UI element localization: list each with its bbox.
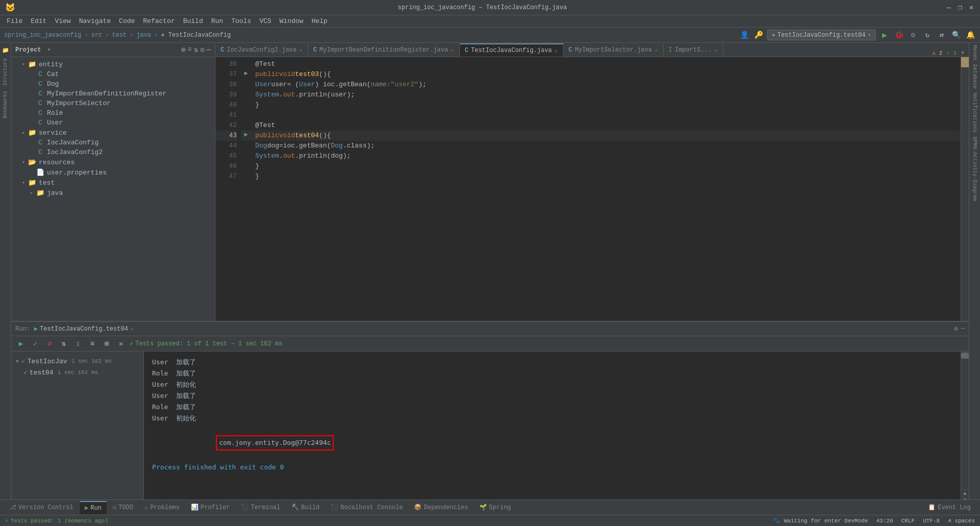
tree-item-iocjc2[interactable]: C IocJavaConfig2 xyxy=(11,147,215,157)
notifications-label[interactable]: Notifications xyxy=(971,91,978,135)
expand-button[interactable]: ⊞ xyxy=(101,338,112,349)
search-icon[interactable]: 🔍 xyxy=(950,30,962,41)
run-config[interactable]: ● TestIocJavaConfig.test04 ▾ xyxy=(767,30,876,40)
filter-button[interactable]: ≡ xyxy=(87,338,98,349)
line-ending[interactable]: CRLF xyxy=(901,518,915,524)
line-col[interactable]: 43:26 xyxy=(876,518,893,524)
tree-item-mybdr[interactable]: C MyImportBeanDefinitionRegister xyxy=(11,89,215,98)
tab-nocalhost[interactable]: ⬛ Nocalhost Console xyxy=(326,501,408,514)
menu-item-edit[interactable]: Edit xyxy=(27,16,51,26)
menu-item-code[interactable]: Code xyxy=(115,16,139,26)
indent[interactable]: 4 spaces xyxy=(948,518,975,524)
tab-close[interactable]: ✕ xyxy=(451,47,454,54)
run-minimize-icon[interactable]: — xyxy=(961,325,965,333)
tree-item-test[interactable]: ▾ 📁 test xyxy=(11,178,215,188)
resources-expand-icon[interactable]: ▾ xyxy=(19,159,28,165)
tree-item-userprops[interactable]: 📄 user.properties xyxy=(11,167,215,178)
tree-item-resources[interactable]: ▾ 📂 resources xyxy=(11,157,215,167)
tab-imports[interactable]: I ImportS... ✕ xyxy=(664,43,723,57)
project-dropdown-icon[interactable]: ▾ xyxy=(47,46,51,54)
run-settings-icon[interactable]: ⚙ xyxy=(954,325,958,333)
translate-icon[interactable]: ⇄ xyxy=(936,30,947,41)
run-tab-close[interactable]: ✕ xyxy=(130,325,134,332)
code-area[interactable]: @Test public void test03(){ User user= (… xyxy=(251,57,961,321)
hammer-icon[interactable]: 🔑 xyxy=(753,30,764,41)
menu-item-refactor[interactable]: Refactor xyxy=(139,16,179,26)
next-button[interactable]: » xyxy=(115,338,127,349)
tree-item-cat[interactable]: C Cat xyxy=(11,69,215,79)
tab-todo[interactable]: ☑ TODO xyxy=(108,501,138,514)
menu-item-vcs[interactable]: VCS xyxy=(255,16,275,26)
tab-profiler[interactable]: 📊 Profiler xyxy=(186,501,235,514)
locate-icon[interactable]: ⊕ xyxy=(181,45,185,54)
breadcrumb-test[interactable]: test xyxy=(112,32,127,39)
service-expand-icon[interactable]: ▸ xyxy=(19,130,28,136)
menu-item-file[interactable]: File xyxy=(3,16,27,26)
tree-item-myis[interactable]: C MyImportSelector xyxy=(11,98,215,108)
config-dropdown-icon[interactable]: ▾ xyxy=(868,31,871,39)
tab-iocjavaconfig2[interactable]: C IocJavaConfig2.java ✕ xyxy=(215,43,308,57)
run-with-icon[interactable]: ↻ xyxy=(922,30,933,41)
maven-label[interactable]: Maven xyxy=(971,43,978,62)
breadcrumb-class[interactable]: ● TestIocJavaConfig xyxy=(161,32,231,39)
tab-close[interactable]: ✕ xyxy=(654,47,658,54)
notification-icon[interactable]: 🔔 xyxy=(965,30,976,41)
tab-dependencies[interactable]: 📦 Dependencies xyxy=(409,501,473,514)
tab-problems[interactable]: ⚠ Problems xyxy=(139,501,185,514)
bookmarks-label[interactable]: Bookmarks xyxy=(2,89,9,120)
gutter-37-run-icon[interactable]: ▶ xyxy=(241,69,251,80)
hide-panel-icon[interactable]: — xyxy=(207,45,211,54)
test-expand-icon[interactable]: ▾ xyxy=(19,180,28,186)
entity-expand-icon[interactable]: ▾ xyxy=(19,61,28,67)
minimize-button[interactable]: — xyxy=(945,4,952,11)
menu-item-view[interactable]: View xyxy=(51,16,75,26)
run-button[interactable]: ▶ xyxy=(879,30,890,41)
tab-mybdr[interactable]: C MyImportBeanDefinitionRegister.java ✕ xyxy=(308,43,460,57)
tree-item-dog[interactable]: C Dog xyxy=(11,79,215,89)
output-scrollbar[interactable]: ▲ ▼ xyxy=(961,352,969,499)
rerun-button[interactable]: ⇅ xyxy=(58,338,69,349)
run-stop-button[interactable]: ⊘ xyxy=(44,338,55,349)
close-button[interactable]: ✕ xyxy=(968,4,975,11)
menu-item-window[interactable]: Window xyxy=(276,16,308,26)
run-coverage-button[interactable]: ⚙ xyxy=(908,30,919,41)
project-icon-button[interactable]: 📁 xyxy=(1,45,11,55)
tree-item-java[interactable]: ▸ 📁 java xyxy=(11,188,215,198)
tree-item-user[interactable]: C User xyxy=(11,118,215,128)
tab-terminal[interactable]: ⬛ Terminal xyxy=(236,501,285,514)
gutter-43-run-icon[interactable]: ▶ xyxy=(241,131,251,141)
bpmn-label[interactable]: BPMN-Activity-Diagram xyxy=(971,135,978,203)
tab-overflow-button[interactable]: ▾ xyxy=(961,48,965,57)
run-play-button[interactable]: ▶ xyxy=(15,338,27,349)
structure-label[interactable]: Structure xyxy=(2,56,9,88)
tab-event-log[interactable]: 📋 Event Log xyxy=(923,501,976,514)
tree-item-entity[interactable]: ▾ 📁 entity xyxy=(11,59,215,69)
tab-run[interactable]: ▶ Run xyxy=(80,501,107,514)
tab-build[interactable]: 🔨 Build xyxy=(286,501,325,514)
menu-item-run[interactable]: Run xyxy=(207,16,227,26)
tree-item-role[interactable]: C Role xyxy=(11,108,215,118)
database-label[interactable]: Database xyxy=(971,62,978,91)
tab-close[interactable]: ✕ xyxy=(299,47,303,54)
tree-item-iocjc[interactable]: C IocJavaConfig xyxy=(11,138,215,147)
run-tab[interactable]: ▶ TestIocJavaConfig.test04 ✕ xyxy=(34,325,134,333)
breadcrumb-project[interactable]: spring_ioc_javaconfig xyxy=(4,32,81,39)
tab-myis[interactable]: C MyImportSelector.java ✕ xyxy=(564,43,664,57)
charset[interactable]: UTF-8 xyxy=(923,518,940,524)
run-check-button[interactable]: ✓ xyxy=(30,338,41,349)
java-expand-icon[interactable]: ▸ xyxy=(28,190,36,196)
tree-item-service[interactable]: ▸ 📁 service xyxy=(11,128,215,138)
tab-close[interactable]: ✕ xyxy=(554,47,558,54)
breadcrumb-java[interactable]: java xyxy=(136,32,151,39)
breadcrumb-src[interactable]: src xyxy=(91,32,102,39)
tab-spring[interactable]: 🌱 Spring xyxy=(474,501,516,514)
menu-item-navigate[interactable]: Navigate xyxy=(75,16,115,26)
tab-version-control[interactable]: ⎇ Version Control xyxy=(4,501,79,514)
debug-button[interactable]: 🐞 xyxy=(893,30,904,41)
tab-testioc[interactable]: C TestIocJavaConfig.java ✕ xyxy=(460,43,564,57)
collapse-all-icon[interactable]: ≡ xyxy=(187,45,191,54)
menu-item-help[interactable]: Help xyxy=(307,16,331,26)
menu-item-build[interactable]: Build xyxy=(179,16,207,26)
scrollbar-thumb[interactable] xyxy=(961,353,969,359)
settings-icon[interactable]: ⚙ xyxy=(200,45,204,54)
